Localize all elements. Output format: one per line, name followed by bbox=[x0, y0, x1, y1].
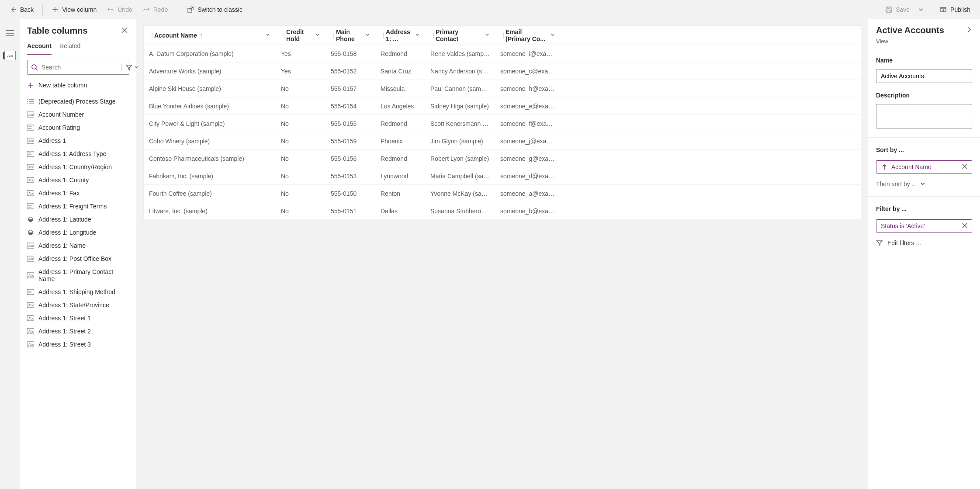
close-panel-button[interactable] bbox=[120, 25, 129, 36]
view-column-button[interactable]: View column bbox=[47, 3, 101, 16]
remove-filter-button[interactable] bbox=[962, 222, 967, 229]
table-cell: Alpine Ski House (sample) bbox=[144, 85, 276, 92]
table-cell: Contoso Pharmaceuticals (sample) bbox=[144, 155, 276, 162]
table-cell: 555-0153 bbox=[326, 173, 375, 180]
field-item[interactable]: Address 1: Freight Terms bbox=[20, 200, 136, 213]
column-header[interactable]: ⋮Main Phone bbox=[326, 26, 375, 45]
table-row[interactable]: Fabrikam, Inc. (sample)No555-0153Lynnwoo… bbox=[144, 167, 861, 185]
table-cell: No bbox=[276, 103, 326, 110]
name-input[interactable] bbox=[876, 69, 972, 83]
svg-text:Abc: Abc bbox=[28, 166, 34, 169]
table-cell: Adventure Works (sample) bbox=[144, 68, 276, 75]
new-column-label: New table column bbox=[38, 82, 87, 89]
field-label: Account Number bbox=[38, 111, 84, 118]
column-header[interactable]: ⋮Address 1: ... bbox=[375, 26, 425, 45]
drag-handle-icon: ⋮ bbox=[430, 32, 432, 39]
table-row[interactable]: Litware, Inc. (sample)No555-0151DallasSu… bbox=[144, 202, 861, 220]
column-header[interactable]: ⋮Credit Hold bbox=[276, 26, 326, 45]
field-item[interactable]: AbcAddress 1: Primary Contact Name bbox=[20, 265, 136, 285]
field-item[interactable]: Address 1: Longitude bbox=[20, 226, 136, 239]
search-icon bbox=[31, 64, 38, 71]
table-row[interactable]: Blue Yonder Airlines (sample)No555-0154L… bbox=[144, 97, 861, 115]
chevron-down-icon bbox=[315, 32, 320, 39]
field-item[interactable]: Address 1: Shipping Method bbox=[20, 285, 136, 298]
field-item[interactable]: Address 1: Address Type bbox=[20, 147, 136, 160]
tab-related[interactable]: Related bbox=[59, 42, 80, 55]
column-header[interactable]: ⋮Email (Primary Co... bbox=[495, 26, 561, 45]
field-label: Address 1: Name bbox=[38, 242, 86, 249]
switch-classic-button[interactable]: Switch to classic bbox=[183, 3, 247, 16]
svg-rect-26 bbox=[27, 125, 34, 130]
field-item[interactable]: (Deprecated) Process Stage bbox=[20, 95, 136, 108]
edit-filters-button[interactable]: Edit filters ... bbox=[876, 239, 972, 246]
field-item[interactable]: AbcAddress 1: Fax bbox=[20, 187, 136, 200]
field-item[interactable]: AbcAddress 1: Street 1 bbox=[20, 312, 136, 325]
tab-account[interactable]: Account bbox=[27, 42, 52, 55]
save-dropdown-button[interactable] bbox=[916, 3, 926, 16]
publish-button[interactable]: Publish bbox=[935, 3, 975, 16]
expand-panel-button[interactable] bbox=[966, 27, 972, 34]
field-item[interactable]: AbcAddress 1 bbox=[20, 134, 136, 147]
undo-button[interactable]: Undo bbox=[103, 3, 136, 16]
abc-icon: Abc bbox=[7, 54, 13, 58]
filter-chip[interactable]: Status is 'Active' bbox=[876, 219, 972, 232]
field-item[interactable]: AbcAddress 1: State/Province bbox=[20, 298, 136, 312]
filter-icon bbox=[876, 239, 883, 246]
field-item[interactable]: Address 1: Latitude bbox=[20, 213, 136, 226]
table-row[interactable]: A. Datum Corporation (sample)Yes555-0158… bbox=[144, 45, 861, 62]
column-header[interactable]: ⋮Account Name↑ bbox=[144, 26, 276, 45]
chevron-down-icon bbox=[919, 180, 926, 187]
sort-chip[interactable]: Account Name bbox=[876, 160, 972, 173]
undo-label: Undo bbox=[118, 6, 132, 13]
field-item[interactable]: Account Rating bbox=[20, 121, 136, 134]
field-item[interactable]: AbcAddress 1: Street 2 bbox=[20, 325, 136, 338]
redo-button[interactable]: Redo bbox=[139, 3, 172, 16]
table-row[interactable]: Coho Winery (sample)No555-0159PhoenixJim… bbox=[144, 132, 861, 150]
then-sort-button[interactable]: Then sort by ... bbox=[876, 180, 972, 187]
table-cell: Nancy Anderson (sample) bbox=[425, 68, 495, 75]
column-label: Main Phone bbox=[336, 28, 362, 42]
new-table-column-button[interactable]: New table column bbox=[20, 78, 136, 93]
table-cell: Fourth Coffee (sample) bbox=[144, 190, 276, 197]
table-cell: Santa Cruz bbox=[375, 68, 425, 75]
save-button[interactable]: Save bbox=[881, 3, 914, 16]
table-row[interactable]: Contoso Pharmaceuticals (sample)No555-01… bbox=[144, 150, 861, 167]
remove-sort-button[interactable] bbox=[962, 163, 967, 170]
table-row[interactable]: Alpine Ski House (sample)No555-0157Misso… bbox=[144, 80, 861, 97]
table-cell: 555-0157 bbox=[326, 85, 375, 92]
field-item[interactable]: AbcAddress 1: County bbox=[20, 173, 136, 187]
chevron-down-icon bbox=[485, 32, 490, 39]
view-title: Active Accounts bbox=[876, 25, 944, 35]
field-item[interactable]: AbcAddress 1: Post Office Box bbox=[20, 252, 136, 265]
search-input[interactable] bbox=[42, 64, 118, 71]
grid-body: A. Datum Corporation (sample)Yes555-0158… bbox=[144, 45, 861, 220]
table-cell: Jim Glynn (sample) bbox=[425, 138, 495, 145]
table-cell: Yvonne McKay (sample) bbox=[425, 190, 495, 197]
field-label: Address 1: Address Type bbox=[38, 150, 106, 157]
field-item[interactable]: AbcAddress 1: Name bbox=[20, 239, 136, 252]
table-cell: 555-0154 bbox=[326, 103, 375, 110]
field-item[interactable]: AbcAccount Number bbox=[20, 108, 136, 121]
table-cell: 555-0151 bbox=[326, 208, 375, 215]
table-row[interactable]: City Power & Light (sample)No555-0155Red… bbox=[144, 115, 861, 132]
field-item[interactable]: AbcAddress 1: Street 3 bbox=[20, 338, 136, 351]
field-item[interactable]: AbcAddress 1: Country/Region bbox=[20, 160, 136, 173]
drag-handle-icon: ⋮ bbox=[331, 32, 332, 39]
svg-text:Abc: Abc bbox=[28, 343, 34, 346]
column-label: Primary Contact bbox=[436, 28, 482, 42]
drag-handle-icon: ⋮ bbox=[149, 32, 151, 39]
table-cell: someone_h@example.com bbox=[495, 85, 561, 92]
table-cell: No bbox=[276, 190, 326, 197]
field-list: (Deprecated) Process StageAbcAccount Num… bbox=[20, 93, 136, 489]
description-input[interactable] bbox=[876, 104, 972, 128]
table-cell: someone_a@example.com bbox=[495, 190, 561, 197]
hamburger-menu-button[interactable] bbox=[3, 26, 17, 40]
rail-item-abc[interactable]: Abc bbox=[4, 51, 16, 60]
svg-text:Abc: Abc bbox=[28, 139, 34, 142]
table-cell: 555-0158 bbox=[326, 50, 375, 57]
table-row[interactable]: Adventure Works (sample)Yes555-0152Santa… bbox=[144, 62, 861, 80]
back-button[interactable]: Back bbox=[5, 3, 38, 16]
table-row[interactable]: Fourth Coffee (sample)No555-0150RentonYv… bbox=[144, 185, 861, 202]
table-cell: No bbox=[276, 120, 326, 127]
column-header[interactable]: ⋮Primary Contact bbox=[425, 26, 495, 45]
